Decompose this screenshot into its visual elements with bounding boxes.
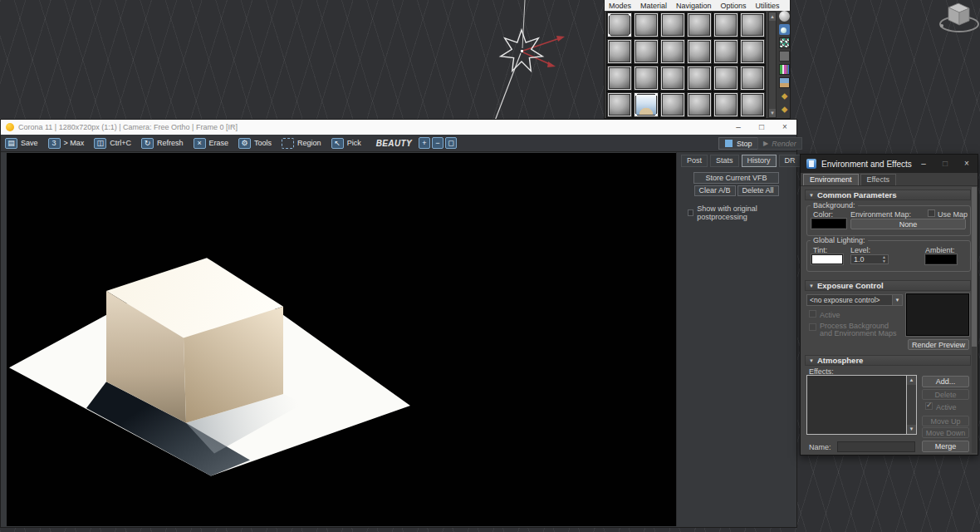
tab-environment[interactable]: Environment (803, 174, 859, 185)
dialog-title-bar[interactable]: Environment and Effects – □ × (801, 155, 978, 173)
merge-button[interactable]: Merge (922, 441, 969, 452)
effects-list-scrollbar[interactable]: ▲ ▼ (906, 376, 916, 434)
view-cube[interactable] (937, 0, 980, 37)
material-slot[interactable] (686, 38, 713, 65)
dialog-minimize-button[interactable]: – (913, 155, 934, 173)
save-button[interactable]: ▤ Save (5, 138, 38, 149)
make-preview-icon[interactable] (779, 77, 790, 88)
material-slot[interactable] (659, 12, 686, 38)
use-map-checkbox[interactable] (928, 209, 935, 217)
tools-button[interactable]: ⚙ Tools (238, 138, 272, 149)
menu-options[interactable]: Options (721, 2, 747, 10)
tab-history[interactable]: History (742, 155, 777, 167)
environment-map-button[interactable]: None (850, 219, 966, 229)
material-slot[interactable] (713, 91, 739, 118)
material-slot[interactable] (686, 91, 713, 118)
menu-navigation[interactable]: Navigation (676, 2, 712, 10)
sample-type-icon[interactable] (779, 11, 790, 22)
material-slot[interactable] (739, 65, 766, 91)
material-slot[interactable] (713, 65, 739, 91)
exposure-control-dropdown[interactable]: <no exposure control> ▼ (806, 294, 903, 306)
scroll-down-icon[interactable]: ▼ (907, 425, 916, 434)
stop-button[interactable]: Stop (718, 137, 759, 150)
add-effect-button[interactable]: Add... (922, 376, 969, 387)
atmosphere-effects-list[interactable]: ▲ ▼ (806, 375, 917, 435)
dialog-scrollbar[interactable] (972, 187, 977, 453)
render-preview-button[interactable]: Render Preview (908, 339, 969, 350)
material-slot[interactable] (686, 65, 713, 91)
level-spinner[interactable]: 1.0 ▲▼ (850, 254, 889, 264)
tab-effects[interactable]: Effects (860, 174, 896, 185)
tab-stats[interactable]: Stats (710, 155, 739, 167)
material-slot[interactable] (633, 12, 659, 38)
material-slot[interactable] (606, 65, 633, 91)
copy-button[interactable]: ◫ Ctrl+C (94, 138, 131, 149)
delete-all-button[interactable]: Delete All (737, 185, 779, 196)
render-image-area[interactable] (7, 153, 676, 526)
background-color-swatch[interactable] (811, 219, 846, 229)
menu-utilities[interactable]: Utilities (756, 2, 780, 10)
video-color-check-icon[interactable] (779, 64, 790, 75)
vfb-title-bar[interactable]: Corona 11 | 1280x720px (1:1) | Camera: F… (1, 120, 796, 135)
material-slot[interactable] (606, 91, 633, 118)
save-label: Save (21, 139, 38, 147)
zoom-out-button[interactable]: − (432, 137, 443, 149)
material-slot[interactable] (739, 12, 766, 38)
select-by-material-icon[interactable]: ⬥ (779, 91, 790, 101)
region-button[interactable]: Region (282, 138, 321, 149)
scroll-up-icon[interactable]: ▲ (907, 376, 916, 385)
menu-material[interactable]: Material (640, 2, 667, 10)
exposure-control-rollout[interactable]: ▼ Exposure Control (805, 280, 971, 291)
material-slot[interactable] (713, 12, 739, 38)
minimize-button[interactable]: – (727, 120, 750, 135)
material-slot[interactable] (633, 38, 659, 65)
spinner-arrows-icon[interactable]: ▲▼ (880, 255, 888, 264)
erase-button[interactable]: × Erase (194, 138, 229, 149)
menu-modes[interactable]: Modes (609, 2, 631, 10)
material-slot[interactable] (606, 12, 633, 38)
scroll-up-icon[interactable]: ▲ (769, 12, 776, 21)
ambient-color-swatch[interactable] (925, 254, 957, 264)
material-slot[interactable] (659, 38, 686, 65)
tint-color-swatch[interactable] (811, 254, 843, 264)
maximize-button[interactable]: □ (750, 120, 773, 135)
common-parameters-rollout[interactable]: ▼ Common Parameters (805, 190, 971, 200)
material-grid-scrollbar[interactable]: ▲ ▼ (768, 12, 777, 118)
sample-uv-tiling-icon[interactable] (779, 51, 790, 62)
tools-label: Tools (254, 139, 272, 147)
material-slot[interactable] (659, 65, 686, 91)
material-slot[interactable] (739, 38, 766, 65)
vfb-panel-tabs: Post Stats History DR LightMix (677, 152, 796, 167)
zoom-fit-button[interactable]: ◻ (445, 137, 457, 149)
refresh-label: Refresh (157, 139, 184, 147)
refresh-button[interactable]: ↻ Refresh (141, 138, 184, 149)
close-button[interactable]: × (773, 120, 796, 135)
material-slot[interactable] (739, 91, 766, 118)
zoom-in-button[interactable]: + (419, 137, 430, 149)
render-button[interactable]: ▶ Render (757, 137, 802, 150)
star-light-helper[interactable] (482, 0, 573, 121)
store-current-vfb-button[interactable]: Store Current VFB (693, 172, 779, 184)
dialog-close-button[interactable]: × (956, 155, 978, 173)
effect-name-field[interactable] (837, 441, 915, 452)
material-slot[interactable] (713, 38, 739, 65)
show-original-checkbox[interactable] (688, 209, 693, 216)
material-slot[interactable] (633, 65, 659, 91)
backlight-icon[interactable] (779, 24, 790, 35)
background-icon[interactable] (779, 37, 790, 48)
material-slot[interactable] (633, 91, 659, 118)
atmosphere-rollout[interactable]: ▼ Atmosphere (805, 355, 971, 366)
channel-dropdown-icon[interactable]: ▼ (407, 140, 412, 145)
clear-ab-button[interactable]: Clear A/B (694, 185, 736, 196)
tab-post[interactable]: Post (681, 155, 708, 167)
to-max-button[interactable]: 3 > Max (48, 138, 85, 149)
scroll-down-icon[interactable]: ▼ (769, 109, 776, 117)
material-slot[interactable] (686, 12, 713, 38)
material-slot[interactable] (659, 91, 686, 118)
to-max-label: > Max (64, 139, 85, 147)
material-sphere-thumbnail (689, 42, 709, 62)
pick-button[interactable]: ↖ Pick (331, 138, 361, 149)
tab-dr[interactable]: DR (779, 155, 801, 167)
material-slot[interactable] (606, 38, 633, 65)
material-map-navigator-icon[interactable]: ⬥ (779, 104, 790, 115)
